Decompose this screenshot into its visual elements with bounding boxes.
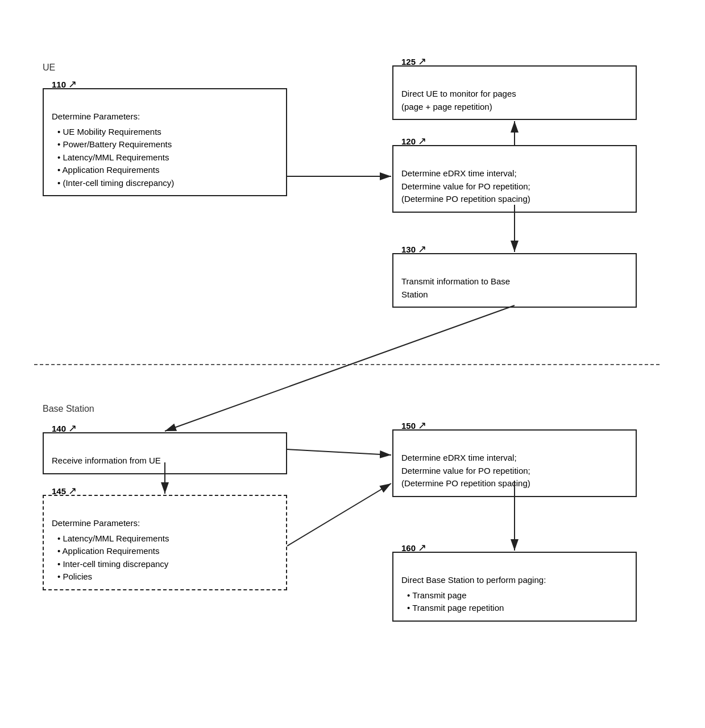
node-130-id: 130 — [401, 245, 416, 254]
node-150-id: 150 — [401, 421, 416, 431]
arrow-145-150 — [287, 483, 391, 546]
arrow-140-150 — [287, 449, 391, 455]
node-145-list: Latency/MML Requirements Application Req… — [52, 532, 278, 584]
arrow-130-140 — [165, 305, 515, 431]
node-145-title: Determine Parameters: — [52, 517, 278, 530]
node-150-tick: ↗ — [418, 420, 426, 431]
list-item: Latency/MML Requirements — [57, 151, 278, 164]
node-110: 110 ↗ Determine Parameters: UE Mobility … — [43, 88, 287, 196]
node-130: 130 ↗ Transmit information to BaseStatio… — [392, 253, 637, 308]
node-120: 120 ↗ Determine eDRX time interval; Dete… — [392, 145, 637, 213]
node-160: 160 ↗ Direct Base Station to perform pag… — [392, 552, 637, 622]
section-divider — [34, 364, 660, 365]
node-120-id: 120 — [401, 136, 416, 146]
node-140-id: 140 — [52, 424, 66, 433]
node-130-tick: ↗ — [418, 243, 426, 255]
node-120-tick: ↗ — [418, 135, 426, 147]
node-110-title: Determine Parameters: — [52, 110, 278, 123]
node-150-text: Determine eDRX time interval; Determine … — [401, 452, 628, 490]
node-145-tick: ↗ — [68, 485, 77, 497]
node-160-list: Transmit page Transmit page repetition — [401, 589, 628, 615]
list-item: Latency/MML Requirements — [57, 532, 278, 545]
node-125-id: 125 — [401, 57, 416, 67]
node-130-text: Transmit information to BaseStation — [401, 275, 628, 301]
node-125-tick: ↗ — [418, 56, 426, 67]
node-160-title: Direct Base Station to perform paging: — [401, 574, 628, 587]
list-item: Power/Battery Requirements — [57, 138, 278, 151]
node-145: 145 ↗ Determine Parameters: Latency/MML … — [43, 495, 287, 590]
list-item: Inter-cell timing discrepancy — [57, 558, 278, 571]
node-110-list: UE Mobility Requirements Power/Battery R… — [52, 126, 278, 190]
list-item: Application Requirements — [57, 164, 278, 177]
list-item: UE Mobility Requirements — [57, 126, 278, 139]
node-110-tick: ↗ — [68, 78, 77, 90]
node-140-tick: ↗ — [68, 423, 77, 434]
list-item: Policies — [57, 570, 278, 584]
node-150: 150 ↗ Determine eDRX time interval; Dete… — [392, 429, 637, 497]
ue-section-label: UE — [43, 63, 55, 73]
node-120-text: Determine eDRX time interval; Determine … — [401, 167, 628, 206]
node-160-tick: ↗ — [418, 542, 426, 553]
node-145-id: 145 — [52, 486, 66, 496]
list-item: Transmit page — [407, 589, 628, 602]
list-item: Application Requirements — [57, 545, 278, 558]
node-160-id: 160 — [401, 543, 416, 553]
node-140: 140 ↗ Receive information from UE — [43, 432, 287, 474]
node-125-text: Direct UE to monitor for pages(page + pa… — [401, 88, 628, 113]
base-station-section-label: Base Station — [43, 404, 94, 414]
list-item: (Inter-cell timing discrepancy) — [57, 177, 278, 190]
node-125: 125 ↗ Direct UE to monitor for pages(pag… — [392, 65, 637, 120]
node-110-id: 110 — [52, 80, 66, 89]
node-140-text: Receive information from UE — [52, 454, 278, 468]
list-item: Transmit page repetition — [407, 602, 628, 615]
